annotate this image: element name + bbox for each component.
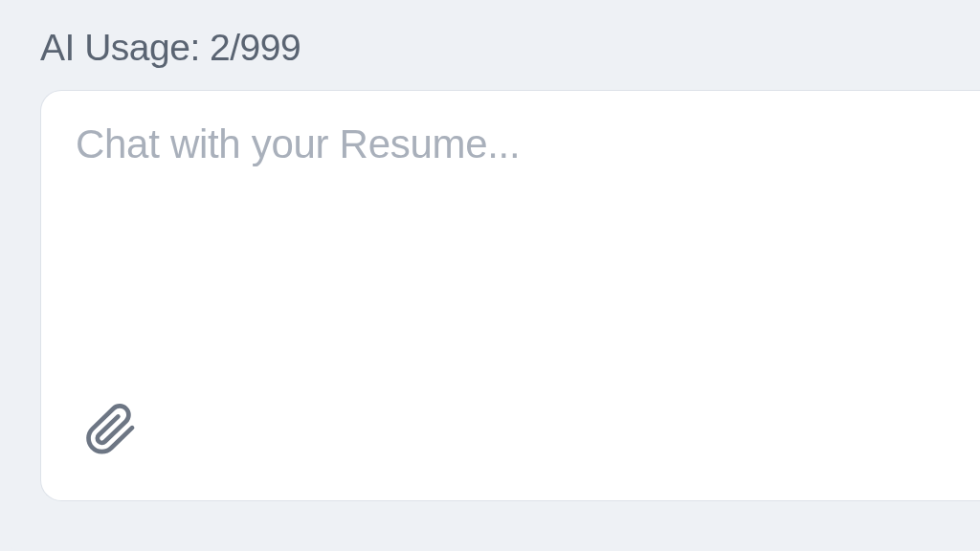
chat-input[interactable] bbox=[76, 121, 957, 167]
attach-button[interactable] bbox=[83, 403, 139, 458]
ai-usage-label: AI Usage: 2/999 bbox=[40, 27, 980, 69]
chat-input-box bbox=[40, 90, 980, 501]
chat-panel: AI Usage: 2/999 bbox=[0, 0, 980, 551]
paperclip-icon bbox=[84, 401, 138, 461]
